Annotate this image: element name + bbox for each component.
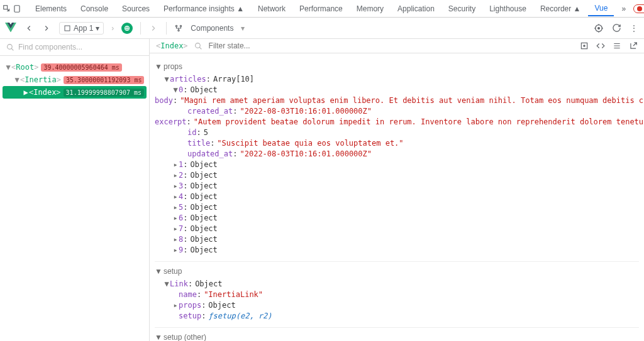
svg-rect-1 (14, 5, 19, 12)
twisty-icon[interactable]: ▼ (164, 279, 170, 288)
tree-twisty-icon[interactable]: ▶ (23, 88, 29, 97)
show-render-code-icon[interactable] (596, 41, 605, 50)
tree-node-inertia[interactable]: ▼<Inertia>35.30000001192093 ms (3, 73, 147, 86)
state-panel: <Index> ▼props▼articles: Array[10]▼0: Ob… (150, 39, 644, 341)
tab-lighthouse[interactable]: Lighthouse (483, 2, 533, 16)
search-icon (194, 42, 203, 50)
prop-articles-2[interactable]: ▸2: Object (155, 171, 639, 181)
prop-articles-4[interactable]: ▸4: Object (155, 192, 639, 203)
prop-field-body[interactable]: body: "Magni rem amet aperiam voluptas e… (155, 96, 639, 107)
svg-point-6 (180, 25, 182, 26)
twisty-icon[interactable]: ▸ (172, 214, 179, 222)
twisty-icon[interactable]: ▸ (172, 171, 179, 180)
timeline-tab-icon[interactable] (148, 23, 158, 33)
chevron-right-icon: › (111, 24, 114, 33)
prop-articles-0[interactable]: ▼0: Object (155, 85, 639, 96)
inspector-label[interactable]: Components (191, 24, 233, 33)
filter-state-input[interactable] (209, 41, 335, 50)
vue-toolbar: App 1 ▾ › Components ▾ ⋮ (0, 18, 644, 39)
tab-performance[interactable]: Performance (293, 2, 349, 16)
twisty-icon[interactable]: ▸ (172, 224, 179, 233)
prop-field-updated_at[interactable]: updated_at: "2022-08-03T10:16:01.000000Z… (155, 149, 639, 160)
twisty-icon[interactable]: ▸ (172, 181, 179, 190)
setup-link[interactable]: ▼Link: Object (155, 279, 639, 290)
devtools-tab-bar: Elements Console Sources Performance ins… (0, 0, 644, 18)
tab-elements[interactable]: Elements (29, 2, 73, 16)
svg-point-5 (176, 25, 177, 26)
inspector-tab-components-icon[interactable] (121, 23, 133, 34)
prop-field-excerpt[interactable]: excerpt: "Autem provident beatae dolorum… (155, 117, 639, 128)
setup-link-name[interactable]: name: "InertiaLink" (155, 290, 639, 301)
tab-performance-insights[interactable]: Performance insights ▲ (157, 2, 250, 16)
app-selector-label: App 1 (74, 24, 93, 33)
tree-node-root[interactable]: ▼<Root>39.40000005960464 ms (3, 61, 147, 73)
section-setup-other[interactable]: ▼setup (other) (155, 333, 639, 341)
find-components-input[interactable] (18, 43, 143, 51)
inspect-dom-icon[interactable] (613, 41, 621, 50)
component-tree-panel: ▼<Root>39.40000005960464 ms▼<Inertia>35.… (0, 39, 150, 341)
open-in-editor-icon[interactable] (629, 41, 638, 50)
device-toggle-icon[interactable] (13, 4, 21, 14)
prop-field-created_at[interactable]: created_at: "2022-08-03T10:16:01.000000Z… (155, 107, 639, 117)
svg-point-13 (584, 45, 585, 46)
errors-badge[interactable]: 3 (633, 4, 644, 13)
prop-articles-8[interactable]: ▸8: Object (155, 235, 639, 246)
app-selector[interactable]: App 1 ▾ (59, 22, 104, 35)
render-timing-badge: 35.30000001192093 ms (64, 76, 144, 84)
section-props[interactable]: ▼props (155, 62, 639, 71)
twisty-icon[interactable]: ▸ (172, 235, 179, 244)
twisty-icon[interactable]: ▼ (172, 85, 179, 94)
tree-twisty-icon[interactable]: ▼ (14, 75, 20, 84)
locate-component-icon[interactable] (594, 23, 604, 33)
chevron-down-icon[interactable]: ▾ (241, 24, 245, 33)
svg-point-7 (178, 30, 179, 31)
tab-network[interactable]: Network (252, 2, 292, 16)
search-icon (6, 43, 14, 51)
scroll-to-component-icon[interactable] (580, 41, 589, 50)
tree-twisty-icon[interactable]: ▼ (5, 63, 11, 72)
tabs-overflow[interactable]: » (615, 2, 632, 16)
twisty-icon[interactable]: ▸ (172, 301, 179, 310)
prop-articles-7[interactable]: ▸7: Object (155, 224, 639, 235)
prop-articles-9[interactable]: ▸9: Object (155, 246, 639, 256)
toolbar-more-icon[interactable]: ⋮ (629, 23, 639, 33)
twisty-icon[interactable]: ▼ (164, 75, 170, 84)
twisty-icon[interactable]: ▸ (172, 246, 179, 254)
tab-application[interactable]: Application (391, 2, 441, 16)
prop-articles-3[interactable]: ▸3: Object (155, 181, 639, 192)
prop-articles-6[interactable]: ▸6: Object (155, 214, 639, 224)
tab-sources[interactable]: Sources (116, 2, 156, 16)
svg-rect-0 (4, 5, 8, 9)
setup-link-setup[interactable]: setup: ƒ setup(e2, r2) (155, 311, 639, 322)
setup-link-props[interactable]: ▸props: Object (155, 301, 639, 311)
svg-point-9 (598, 27, 600, 29)
prop-field-id[interactable]: id: 5 (155, 128, 639, 139)
render-timing-badge: 39.40000005960464 ms (41, 63, 121, 72)
section-setup[interactable]: ▼setup (155, 267, 639, 276)
vue-logo-icon (5, 23, 16, 34)
inspect-element-icon[interactable] (3, 4, 11, 14)
components-icon (174, 24, 183, 33)
chevron-down-icon: ▾ (96, 24, 99, 33)
twisty-icon[interactable]: ▸ (172, 160, 179, 169)
prop-articles[interactable]: ▼articles: Array[10] (155, 75, 639, 85)
tab-memory[interactable]: Memory (350, 2, 390, 16)
twisty-icon[interactable]: ▸ (172, 203, 179, 212)
svg-rect-3 (65, 26, 70, 31)
nav-forward-icon[interactable] (42, 23, 52, 33)
tab-recorder[interactable]: Recorder ▲ (534, 2, 587, 16)
prop-articles-5[interactable]: ▸5: Object (155, 203, 639, 214)
tab-console[interactable]: Console (74, 2, 114, 16)
prop-field-title[interactable]: title: "Suscipit beatae quia eos volupta… (155, 139, 639, 149)
tab-vue[interactable]: Vue (588, 1, 614, 16)
tree-node-index[interactable]: ▶<Index>31.19999998807907 ms (3, 86, 147, 99)
prop-articles-1[interactable]: ▸1: Object (155, 160, 639, 171)
svg-point-10 (8, 44, 13, 49)
render-timing-badge: 31.19999998807907 ms (64, 89, 144, 97)
selected-component-breadcrumb: <Index> (156, 41, 188, 50)
nav-back-icon[interactable] (24, 23, 34, 33)
tab-security[interactable]: Security (442, 2, 482, 16)
refresh-icon[interactable] (611, 23, 621, 33)
svg-point-11 (195, 43, 200, 48)
twisty-icon[interactable]: ▸ (172, 192, 179, 201)
